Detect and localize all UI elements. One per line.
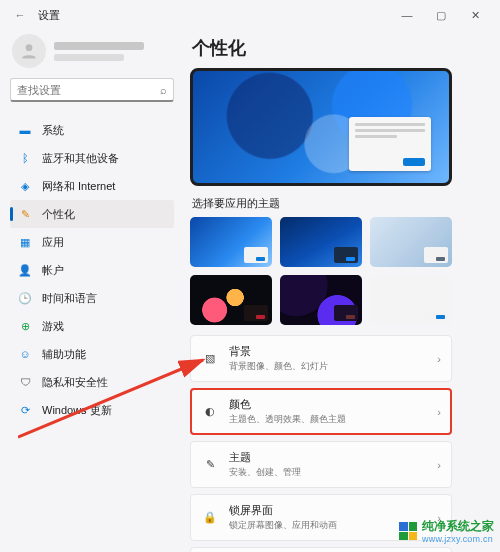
time-icon: 🕒: [18, 291, 32, 305]
sidebar-item-time[interactable]: 🕒时间和语言: [10, 284, 174, 312]
back-icon[interactable]: ←: [8, 9, 32, 21]
window-title: 设置: [38, 8, 60, 23]
desktop-preview: [190, 68, 452, 186]
bluetooth-icon: ᛒ: [18, 151, 32, 165]
watermark: 纯净系统之家 www.jzxy.com.cn: [399, 518, 494, 544]
accessibility-icon: ☺: [18, 347, 32, 361]
colors-icon: ◐: [201, 403, 219, 421]
theme-option[interactable]: [280, 275, 362, 325]
watermark-brand: 纯净系统之家: [422, 519, 494, 533]
sidebar-item-label: Windows 更新: [42, 403, 112, 418]
sidebar-item-label: 帐户: [42, 263, 64, 278]
section-desc: 安装、创建、管理: [229, 466, 427, 479]
gaming-icon: ⊕: [18, 319, 32, 333]
section-desc: 锁定屏幕图像、应用和动画: [229, 519, 427, 532]
background-icon: ▧: [201, 350, 219, 368]
chevron-right-icon: ›: [437, 406, 441, 418]
apps-icon: ▦: [18, 235, 32, 249]
lockscreen-icon: 🔒: [201, 509, 219, 527]
update-icon: ⟳: [18, 403, 32, 417]
personalize-icon: ✎: [18, 207, 32, 221]
section-background[interactable]: ▧背景背景图像、颜色、幻灯片›: [190, 335, 452, 382]
privacy-icon: 🛡: [18, 375, 32, 389]
page-title: 个性化: [192, 36, 488, 60]
minimize-icon[interactable]: —: [390, 3, 424, 27]
sidebar-item-bluetooth[interactable]: ᛒ蓝牙和其他设备: [10, 144, 174, 172]
wifi-icon: ◈: [18, 179, 32, 193]
section-title: 背景: [229, 344, 427, 359]
sidebar-item-label: 隐私和安全性: [42, 375, 108, 390]
sidebar-item-accessibility[interactable]: ☺辅助功能: [10, 340, 174, 368]
theme-option[interactable]: [280, 217, 362, 267]
svg-point-0: [26, 44, 33, 51]
section-title: 主题: [229, 450, 427, 465]
watermark-url: www.jzxy.com.cn: [422, 534, 494, 544]
account-icon: 👤: [18, 263, 32, 277]
section-desc: 主题色、透明效果、颜色主题: [229, 413, 427, 426]
sidebar-item-label: 网络和 Internet: [42, 179, 115, 194]
sidebar-item-system[interactable]: ▬系统: [10, 116, 174, 144]
section-colors[interactable]: ◐颜色主题色、透明效果、颜色主题›: [190, 388, 452, 435]
system-icon: ▬: [18, 123, 32, 137]
sidebar-item-label: 个性化: [42, 207, 75, 222]
close-icon[interactable]: ✕: [458, 3, 492, 27]
section-title: 锁屏界面: [229, 503, 427, 518]
sidebar-item-update[interactable]: ⟳Windows 更新: [10, 396, 174, 424]
content-area: 个性化 选择要应用的主题 ▧背景背景图像、颜色、幻灯片›◐颜色主题色、透明效果、…: [184, 30, 500, 552]
user-block[interactable]: [10, 30, 174, 78]
avatar: [12, 34, 46, 68]
theme-option[interactable]: [370, 275, 452, 325]
sidebar-item-label: 游戏: [42, 319, 64, 334]
sidebar-item-wifi[interactable]: ◈网络和 Internet: [10, 172, 174, 200]
user-email-redacted: [54, 54, 124, 61]
theme-option[interactable]: [370, 217, 452, 267]
theme-grid: [190, 217, 452, 325]
sidebar-item-label: 时间和语言: [42, 291, 97, 306]
search-box[interactable]: ⌕: [10, 78, 174, 102]
section-themes[interactable]: ✎主题安装、创建、管理›: [190, 441, 452, 488]
chevron-right-icon: ›: [437, 353, 441, 365]
theme-option[interactable]: [190, 275, 272, 325]
sidebar-item-apps[interactable]: ▦应用: [10, 228, 174, 256]
watermark-logo-icon: [399, 522, 417, 540]
theme-section-label: 选择要应用的主题: [192, 196, 488, 211]
search-input[interactable]: [17, 84, 160, 96]
sidebar: ⌕ ▬系统ᛒ蓝牙和其他设备◈网络和 Internet✎个性化▦应用👤帐户🕒时间和…: [0, 30, 184, 552]
sidebar-item-label: 蓝牙和其他设备: [42, 151, 119, 166]
section-title: 颜色: [229, 397, 427, 412]
section-touchkeyboard[interactable]: ⌨触摸键盘›: [190, 547, 452, 552]
sidebar-item-account[interactable]: 👤帐户: [10, 256, 174, 284]
sidebar-item-gaming[interactable]: ⊕游戏: [10, 312, 174, 340]
sidebar-item-label: 辅助功能: [42, 347, 86, 362]
theme-option[interactable]: [190, 217, 272, 267]
chevron-right-icon: ›: [437, 459, 441, 471]
section-desc: 背景图像、颜色、幻灯片: [229, 360, 427, 373]
sidebar-item-privacy[interactable]: 🛡隐私和安全性: [10, 368, 174, 396]
user-name-redacted: [54, 42, 144, 50]
sidebar-item-personalize[interactable]: ✎个性化: [10, 200, 174, 228]
sidebar-item-label: 应用: [42, 235, 64, 250]
themes-icon: ✎: [201, 456, 219, 474]
search-icon: ⌕: [160, 84, 167, 96]
maximize-icon[interactable]: ▢: [424, 3, 458, 27]
sidebar-item-label: 系统: [42, 123, 64, 138]
